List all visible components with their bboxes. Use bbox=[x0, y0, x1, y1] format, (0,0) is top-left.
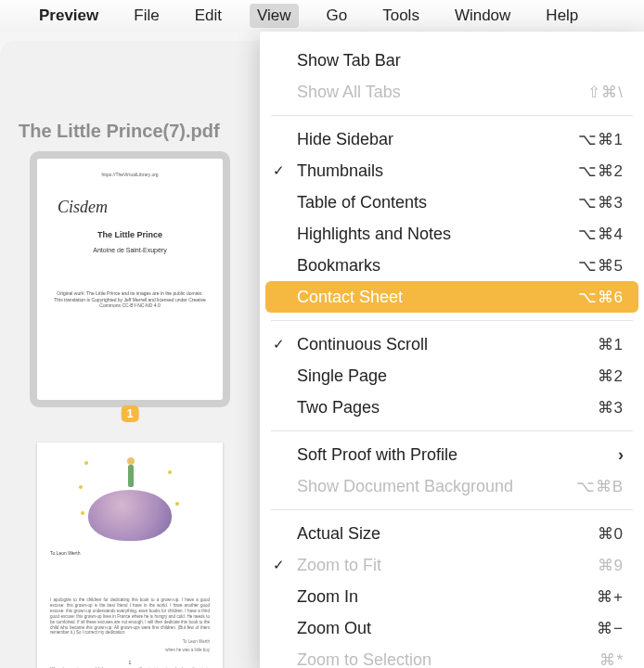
page-number-badge: 1 bbox=[122, 405, 139, 422]
menu-item-label: Hide Sidebar bbox=[297, 130, 578, 149]
menu-item-zoom-out[interactable]: Zoom Out⌘− bbox=[260, 612, 644, 644]
view-menu-dropdown: Show Tab BarShow All Tabs⇧⌘\Hide Sidebar… bbox=[260, 32, 644, 668]
document-title: The Little Prince(7).pdf bbox=[0, 121, 260, 159]
check-icon: ✓ bbox=[273, 162, 285, 179]
menu-item-label: Bookmarks bbox=[297, 256, 578, 276]
menu-item-label: Zoom to Selection bbox=[297, 650, 599, 669]
menu-item-table-of-contents[interactable]: Table of Contents⌥⌘3 bbox=[260, 186, 644, 218]
menu-shortcut: ⌘3 bbox=[598, 398, 624, 418]
menu-item-hide-sidebar[interactable]: Hide Sidebar⌥⌘1 bbox=[260, 123, 644, 155]
menu-item-label: Show Document Background bbox=[297, 477, 576, 496]
menu-shortcut: ⌘* bbox=[599, 650, 624, 669]
page-note: This translation is Copyrighted by Jeff … bbox=[54, 297, 206, 309]
menu-item-contact-sheet[interactable]: Contact Sheet⌥⌘6 bbox=[265, 281, 638, 313]
menu-item-show-tab-bar[interactable]: Show Tab Bar bbox=[260, 45, 644, 76]
menu-item-label: Thumbnails bbox=[297, 161, 578, 181]
menu-tools[interactable]: Tools bbox=[375, 4, 427, 28]
page-paragraph: I apologize to the children for dedicati… bbox=[50, 597, 210, 636]
page-brand: Cisdem bbox=[58, 198, 108, 217]
menu-item-zoom-to-fit: ✓Zoom to Fit⌘9 bbox=[260, 549, 644, 581]
menu-separator bbox=[271, 320, 633, 321]
menu-item-zoom-to-selection: Zoom to Selection⌘* bbox=[260, 644, 644, 668]
menu-shortcut: ⌘1 bbox=[598, 335, 624, 354]
menu-item-label: Zoom Out bbox=[297, 619, 597, 638]
menu-help[interactable]: Help bbox=[538, 4, 586, 28]
menu-shortcut: ⌥⌘3 bbox=[578, 193, 624, 212]
page-preview: To Leon Werth I apologize to the childre… bbox=[37, 443, 223, 668]
menu-item-label: Continuous Scroll bbox=[297, 335, 598, 354]
menu-shortcut: ⌥⌘5 bbox=[578, 256, 624, 276]
menu-item-zoom-in[interactable]: Zoom In⌘+ bbox=[260, 581, 644, 612]
menu-item-single-page[interactable]: Single Page⌘2 bbox=[260, 360, 644, 392]
menu-item-show-all-tabs: Show All Tabs⇧⌘\ bbox=[260, 76, 644, 108]
app-menu[interactable]: Preview bbox=[32, 4, 106, 28]
thumbnail-page-1[interactable]: https://TheVirtualLibrary.org Cisdem The… bbox=[37, 159, 223, 400]
menu-edit[interactable]: Edit bbox=[187, 4, 229, 28]
menu-item-label: Zoom In bbox=[297, 587, 597, 607]
menu-file[interactable]: File bbox=[126, 4, 166, 28]
page-signature: To Leon Werth bbox=[183, 639, 210, 644]
page-url: https://TheVirtualLibrary.org bbox=[101, 172, 158, 177]
menu-shortcut: ⌘− bbox=[597, 619, 624, 638]
menu-item-label: Two Pages bbox=[297, 398, 598, 418]
menu-shortcut: ⌥⌘B bbox=[576, 477, 624, 496]
page-book-title: The Little Prince bbox=[97, 230, 162, 239]
menu-window[interactable]: Window bbox=[447, 4, 518, 28]
menu-item-label: Table of Contents bbox=[297, 193, 578, 212]
menu-item-label: Show Tab Bar bbox=[297, 51, 624, 71]
page-signature: when he was a little boy bbox=[165, 648, 210, 652]
page-preview: https://TheVirtualLibrary.org Cisdem The… bbox=[37, 159, 223, 400]
check-icon: ✓ bbox=[273, 336, 285, 353]
menu-item-highlights-and-notes[interactable]: Highlights and Notes⌥⌘4 bbox=[260, 218, 644, 250]
menu-item-actual-size[interactable]: Actual Size⌘0 bbox=[260, 518, 644, 549]
menu-view[interactable]: View bbox=[250, 4, 299, 28]
menu-separator bbox=[271, 509, 633, 510]
menu-item-label: Contact Sheet bbox=[297, 288, 578, 307]
page-inner-number: 1 bbox=[129, 660, 132, 665]
page-dedication: To Leon Werth bbox=[50, 550, 80, 556]
menu-item-label: Single Page bbox=[297, 366, 598, 386]
menu-shortcut: ⌘+ bbox=[597, 587, 624, 607]
menu-item-label: Highlights and Notes bbox=[297, 225, 578, 244]
menu-separator bbox=[271, 430, 633, 431]
menu-item-two-pages[interactable]: Two Pages⌘3 bbox=[260, 392, 644, 423]
chevron-right-icon: › bbox=[618, 445, 624, 465]
check-icon: ✓ bbox=[273, 557, 285, 573]
menu-shortcut: ⌥⌘4 bbox=[578, 225, 624, 244]
menu-separator bbox=[271, 115, 633, 116]
menu-shortcut: ⌥⌘6 bbox=[578, 288, 624, 307]
menu-item-bookmarks[interactable]: Bookmarks⌥⌘5 bbox=[260, 250, 644, 281]
menu-item-label: Show All Tabs bbox=[297, 83, 587, 102]
menu-item-thumbnails[interactable]: ✓Thumbnails⌥⌘2 bbox=[260, 155, 644, 186]
page-illustration bbox=[79, 457, 181, 541]
menu-item-show-document-background: Show Document Background⌥⌘B bbox=[260, 470, 644, 502]
menu-item-soft-proof-with-profile[interactable]: Soft Proof with Profile› bbox=[260, 439, 644, 470]
thumbnail-page-2[interactable]: To Leon Werth I apologize to the childre… bbox=[37, 443, 223, 668]
menu-item-continuous-scroll[interactable]: ✓Continuous Scroll⌘1 bbox=[260, 328, 644, 360]
menu-shortcut: ⌘0 bbox=[598, 524, 624, 544]
menu-shortcut: ⌥⌘2 bbox=[578, 161, 624, 181]
menu-item-label: Zoom to Fit bbox=[297, 556, 598, 575]
menu-shortcut: ⇧⌘\ bbox=[587, 83, 624, 102]
thumbnail-sidebar: The Little Prince(7).pdf https://TheVirt… bbox=[0, 41, 260, 668]
menu-shortcut: ⌘2 bbox=[598, 366, 624, 386]
menu-item-label: Soft Proof with Profile bbox=[297, 445, 618, 465]
menu-item-label: Actual Size bbox=[297, 524, 598, 544]
page-author: Antoine de Saint-Exupéry bbox=[93, 247, 166, 253]
menu-go[interactable]: Go bbox=[319, 4, 355, 28]
menu-shortcut: ⌥⌘1 bbox=[578, 130, 624, 149]
menubar: Preview File Edit View Go Tools Window H… bbox=[0, 0, 644, 32]
menu-shortcut: ⌘9 bbox=[598, 556, 624, 575]
